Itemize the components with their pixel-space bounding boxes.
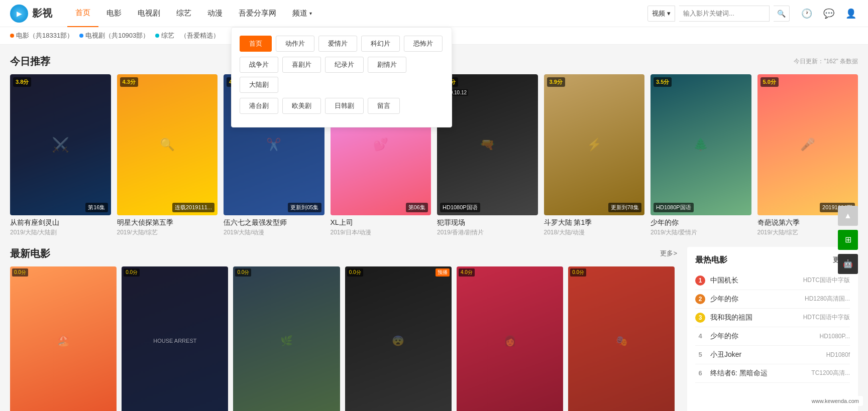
dropdown-btn-japanese-korean[interactable]: 日韩剧	[325, 98, 364, 114]
movie-card-1[interactable]: ⚔️ 3.8分 第16集 从前有座剑灵山 2019/大陆/大陆剧	[10, 74, 111, 237]
hot-item-4[interactable]: 4 少年的你 HD1080P...	[695, 327, 850, 346]
nav-item-share[interactable]: 吾爱分享网	[231, 0, 284, 27]
episode-badge-6: 更新到78集	[608, 203, 641, 212]
dropdown-btn-romance[interactable]: 爱情片	[318, 36, 357, 52]
cat-tv[interactable]: 电视剧（共10903部）	[79, 31, 149, 40]
movie-title-7: 少年的你	[650, 218, 751, 227]
user-icon[interactable]: 👤	[844, 7, 858, 21]
hot-item-6[interactable]: 6 终结者6: 黑暗命运 TC1200高清...	[695, 364, 850, 383]
dropdown-row-1: 首页 动作片 爱情片 科幻片 恐怖片	[240, 36, 444, 52]
hot-quality-2: HD1280高清国...	[805, 295, 850, 303]
movie-meta-5: 2019/香港/剧情片	[437, 228, 538, 237]
hot-name-6: 终结者6: 黑暗命运	[710, 369, 811, 378]
dropdown-btn-comment[interactable]: 留言	[368, 98, 400, 114]
episode-badge-3: 更新到05集	[288, 203, 321, 212]
latest-movies-header: 最新电影 更多>	[10, 247, 677, 260]
movie-meta-2: 2019/大陆/综艺	[117, 228, 218, 237]
movie-title-2: 明星大侦探第五季	[117, 218, 218, 227]
cat-dot-variety	[155, 34, 159, 38]
cat-dot-tv	[79, 34, 83, 38]
latest-movies-title: 最新电影	[10, 247, 50, 260]
search-type-arrow: ▾	[667, 10, 671, 17]
cat-movie-label: 电影（共18331部）	[16, 31, 73, 40]
cat-tv-label: 电视剧（共10903部）	[85, 31, 149, 40]
rating-badge-2: 4.3分	[120, 77, 138, 87]
windows-download-button[interactable]: ⊞	[838, 230, 858, 250]
channel-arrow: ▾	[309, 11, 312, 16]
nav-item-channel[interactable]: 频道 ▾	[284, 0, 320, 27]
latest-card-2[interactable]: HOUSE ARREST 0.0分	[122, 266, 228, 411]
cat-selected-label: （吾爱精选）	[180, 31, 220, 40]
latest-pre-badge-4: 预播	[436, 268, 450, 277]
logo[interactable]: 影视	[10, 5, 52, 23]
latest-movies-section: 最新电影 更多> 🏖️ 0.0分 H	[10, 247, 677, 411]
search-type-selector[interactable]: 视频 ▾	[647, 6, 675, 22]
message-icon[interactable]: 💬	[822, 7, 836, 21]
dropdown-btn-comedy[interactable]: 喜剧片	[282, 57, 321, 73]
cat-movie[interactable]: 电影（共18331部）	[10, 31, 73, 40]
movie-card-2[interactable]: 🔍 4.3分 连载2019111... 明星大侦探第五季 2019/大陆/综艺	[117, 74, 218, 237]
scroll-top-button[interactable]: ▲	[838, 206, 858, 226]
watermark: www.kewenda.com	[808, 396, 863, 406]
search-button[interactable]: 🔍	[774, 6, 790, 22]
latest-movies-grid: 🏖️ 0.0分 HOUSE ARREST 0.0分	[10, 266, 677, 411]
hot-name-3: 我和我的祖国	[710, 313, 803, 322]
dropdown-btn-hktw[interactable]: 港台剧	[240, 98, 278, 114]
movie-meta-4: 2019/日本/动漫	[331, 228, 431, 237]
hot-name-1: 中国机长	[710, 276, 803, 285]
nav-item-home[interactable]: 首页	[67, 0, 98, 27]
header-icons: 🕐 💬 👤	[800, 7, 858, 21]
hot-movies-section: 最热电影 更多> 1 中国机长 HDTC国语中字版 2 少年的你 HD1280高…	[687, 247, 858, 411]
today-update-text: 今日更新："162" 条数据	[794, 57, 858, 66]
movie-card-5[interactable]: 🔫 4.2分 2019.10.12 HD1080P国语 犯罪现场 2019/香港…	[437, 74, 538, 237]
dropdown-btn-action[interactable]: 动作片	[276, 36, 314, 52]
movie-meta-7: 2019/大陆/爱情片	[650, 228, 751, 237]
hot-name-5: 小丑Joker	[710, 350, 826, 359]
dropdown-menu: 首页 动作片 爱情片 科幻片 恐怖片 战争片 喜剧片 纪录片 剧情片 大陆剧 港…	[231, 27, 452, 127]
latest-card-4[interactable]: 😨 0.0分 预播	[345, 266, 452, 411]
movie-card-6[interactable]: ⚡ 3.9分 更新到78集 斗罗大陆 第1季 2018/大陆/动漫	[544, 74, 645, 237]
latest-card-1[interactable]: 🏖️ 0.0分	[10, 266, 117, 411]
dropdown-btn-western[interactable]: 欧美剧	[282, 98, 321, 114]
dropdown-btn-documentary[interactable]: 纪录片	[325, 57, 364, 73]
android-download-button[interactable]: 🤖	[838, 254, 858, 274]
hot-item-3[interactable]: 3 我和我的祖国 HDTC国语中字版	[695, 309, 850, 327]
nav-item-anime[interactable]: 动漫	[199, 0, 231, 27]
cat-variety[interactable]: 综艺	[155, 31, 174, 40]
rating-badge-7: 3.5分	[654, 77, 672, 87]
latest-card-3[interactable]: 🌿 0.0分	[233, 266, 340, 411]
logo-icon	[10, 5, 28, 23]
latest-card-6[interactable]: 🎭 0.0分	[568, 266, 675, 411]
nav-item-variety[interactable]: 综艺	[168, 0, 199, 27]
dropdown-btn-home[interactable]: 首页	[240, 36, 272, 52]
movie-meta-1: 2019/大陆/大陆剧	[10, 228, 111, 237]
quality-badge-5: HD1080P国语	[440, 203, 480, 212]
movie-meta-6: 2018/大陆/动漫	[544, 228, 645, 237]
rating-badge-8: 5.0分	[761, 77, 779, 87]
hot-quality-5: HD1080f	[826, 351, 850, 358]
hot-quality-6: TC1200高清...	[811, 369, 850, 377]
dropdown-btn-drama[interactable]: 剧情片	[368, 57, 406, 73]
hot-item-2[interactable]: 2 少年的你 HD1280高清国...	[695, 290, 850, 309]
latest-card-5[interactable]: 👩 4.0分	[457, 266, 563, 411]
hot-name-2: 少年的你	[710, 295, 805, 304]
history-icon[interactable]: 🕐	[800, 7, 814, 21]
hot-item-1[interactable]: 1 中国机长 HDTC国语中字版	[695, 271, 850, 290]
search-input[interactable]	[679, 6, 770, 22]
dropdown-btn-mainland[interactable]: 大陆剧	[240, 77, 278, 93]
episode-badge-4: 第06集	[406, 203, 428, 212]
nav-item-movie[interactable]: 电影	[98, 0, 130, 27]
latest-badge-5: 4.0分	[459, 268, 475, 277]
movie-card-7[interactable]: 🌲 3.5分 HD1080P国语 少年的你 2019/大陆/爱情片	[650, 74, 751, 237]
hot-item-5[interactable]: 5 小丑Joker HD1080f	[695, 346, 850, 364]
dropdown-btn-scifi[interactable]: 科幻片	[361, 36, 400, 52]
dropdown-btn-war[interactable]: 战争片	[240, 57, 278, 73]
header: 影视 首页 电影 电视剧 综艺 动漫 吾爱分享网 频道 ▾ 视频 ▾ 🔍 🕐 💬…	[0, 0, 868, 27]
hot-movies-title: 最热电影	[695, 255, 727, 265]
movie-title-6: 斗罗大陆 第1季	[544, 218, 645, 227]
quality-badge-7: HD1080P国语	[654, 203, 694, 212]
latest-movies-more[interactable]: 更多>	[660, 249, 677, 258]
hot-rank-3: 3	[695, 313, 705, 323]
nav-item-tv[interactable]: 电视剧	[130, 0, 168, 27]
dropdown-btn-horror[interactable]: 恐怖片	[404, 36, 443, 52]
